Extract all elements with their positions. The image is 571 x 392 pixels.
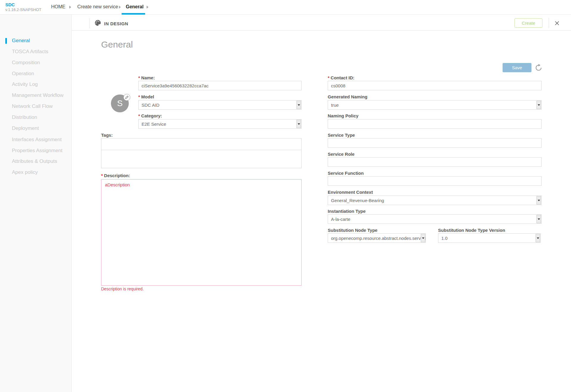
sidebar-active-indicator: [5, 38, 7, 44]
environment-context-label: Environment Context: [328, 190, 373, 195]
substitution-node-type-select[interactable]: org.openecomp.resource.abstract.nodes.se…: [328, 233, 426, 243]
save-button[interactable]: Save: [503, 63, 531, 72]
dropdown-arrow-icon: [297, 101, 301, 109]
sidebar-item-distribution[interactable]: Distribution: [12, 114, 37, 120]
sidebar-item-attributes-outputs[interactable]: Attributes & Outputs: [12, 158, 57, 164]
edit-avatar-button[interactable]: [123, 94, 130, 101]
breadcrumb-arrow-icon: [69, 6, 71, 9]
generated-naming-select[interactable]: true: [328, 100, 542, 110]
name-input[interactable]: [138, 81, 302, 90]
pencil-icon: [125, 95, 129, 99]
sdc-app: SDC v.1.16.2-SNAPSHOT HOME Create new se…: [0, 0, 571, 392]
app-version: v.1.16.2-SNAPSHOT: [5, 7, 41, 12]
required-asterisk: *: [328, 75, 330, 80]
close-icon[interactable]: [554, 20, 560, 26]
required-asterisk: *: [138, 94, 140, 99]
dropdown-arrow-icon: [537, 215, 541, 223]
model-select-value: SDC AID: [142, 103, 159, 108]
lifecycle-palette-icon: [94, 19, 102, 27]
generated-naming-select-value: true: [331, 103, 339, 108]
service-function-input[interactable]: [328, 176, 542, 186]
service-role-label: Service Role: [328, 152, 354, 157]
tab-general[interactable]: General: [126, 4, 144, 10]
instantiation-type-select-value: A-la-carte: [331, 217, 350, 222]
environment-context-select-value: General_Revenue-Bearing: [331, 198, 384, 203]
header-divider: [90, 18, 90, 28]
create-button[interactable]: Create: [514, 18, 542, 28]
environment-context-select[interactable]: General_Revenue-Bearing: [328, 196, 542, 205]
substitution-node-type-select-value: org.openecomp.resource.abstract.nodes.se…: [331, 236, 426, 241]
dropdown-arrow-icon: [297, 120, 301, 128]
revert-icon[interactable]: [535, 64, 542, 72]
tab-create-new-service[interactable]: Create new service: [77, 4, 118, 10]
naming-policy-input[interactable]: [328, 119, 542, 129]
top-nav-bar: SDC v.1.16.2-SNAPSHOT HOME Create new se…: [0, 0, 571, 15]
substitution-node-type-version-select[interactable]: 1.0: [438, 233, 541, 243]
service-type-label: Service Type: [328, 133, 355, 138]
instantiation-type-label: Instantiation Type: [328, 209, 365, 214]
required-asterisk: *: [138, 75, 140, 80]
sidebar-item-tosca-artifacts[interactable]: TOSCA Artifacts: [12, 49, 48, 55]
sidebar-item-management-workflow[interactable]: Management Workflow: [12, 92, 64, 98]
dropdown-arrow-icon: [421, 234, 425, 242]
contact-id-input[interactable]: [328, 81, 542, 90]
sidebar-menu: General TOSCA Artifacts Composition Oper…: [0, 15, 72, 392]
sidebar-item-composition[interactable]: Composition: [12, 60, 40, 66]
description-label: *Description:: [101, 173, 130, 178]
workspace-header: [72, 15, 571, 31]
service-role-input[interactable]: [328, 157, 542, 167]
naming-policy-label: Naming Policy: [328, 113, 358, 118]
tab-home[interactable]: HOME: [51, 4, 65, 10]
model-select[interactable]: SDC AID: [138, 100, 302, 110]
service-function-label: Service Function: [328, 171, 364, 176]
breadcrumb-arrow-icon: [119, 6, 121, 9]
tags-box: [101, 138, 302, 168]
generated-naming-label: Generated Naming: [328, 94, 367, 99]
sidebar-item-deployment[interactable]: Deployment: [12, 125, 39, 131]
name-label: *Name:: [138, 75, 155, 80]
substitution-node-type-label: Substitution Node Type: [328, 228, 377, 233]
category-select-value: E2E Service: [142, 122, 166, 127]
dropdown-arrow-icon: [537, 196, 541, 204]
status-badge: IN DESIGN: [104, 21, 128, 26]
description-textarea[interactable]: aDescription: [101, 179, 302, 286]
description-error-message: Description is required.: [101, 286, 144, 291]
tags-label: Tags:: [101, 133, 113, 138]
sidebar-item-interfaces-assignment[interactable]: Interfaces Assignment: [12, 137, 62, 143]
tags-input[interactable]: [101, 138, 301, 150]
breadcrumb-arrow-icon: [147, 6, 148, 9]
sidebar-item-network-call-flow[interactable]: Network Call Flow: [12, 103, 53, 109]
instantiation-type-select[interactable]: A-la-carte: [328, 214, 542, 224]
sidebar-item-activity-log[interactable]: Activity Log: [12, 81, 38, 87]
app-logo: SDC: [5, 2, 15, 7]
header-divider: [549, 18, 549, 28]
category-select[interactable]: E2E Service: [138, 119, 302, 129]
sidebar-item-operation[interactable]: Operation: [12, 71, 34, 77]
service-type-input[interactable]: [328, 138, 542, 148]
dropdown-arrow-icon: [536, 234, 540, 242]
required-asterisk: *: [101, 173, 103, 178]
dropdown-arrow-icon: [537, 101, 541, 109]
page-title: General: [101, 40, 133, 50]
contact-id-label: *Contact ID:: [328, 75, 354, 80]
avatar-initial: S: [117, 99, 123, 108]
category-label: *Category:: [138, 113, 162, 118]
model-label: *Model: [138, 94, 154, 99]
sidebar-item-apex-policy[interactable]: Apex policy: [12, 169, 38, 175]
sidebar-item-properties-assignment[interactable]: Properties Assignment: [12, 148, 62, 154]
substitution-node-type-version-label: Substitution Node Type Version: [438, 228, 505, 233]
sidebar-item-general[interactable]: General: [12, 38, 30, 44]
required-asterisk: *: [138, 113, 140, 118]
substitution-node-type-version-select-value: 1.0: [441, 236, 448, 241]
